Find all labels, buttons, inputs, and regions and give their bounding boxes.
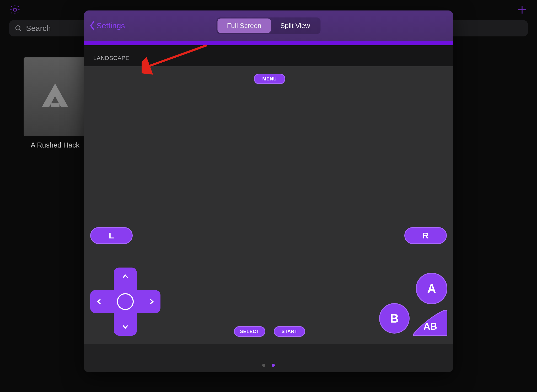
svg-point-1	[16, 26, 20, 30]
search-placeholder: Search	[26, 24, 51, 33]
select-button-preview: SELECT	[234, 326, 265, 337]
action-buttons-preview: A B AB	[379, 273, 447, 336]
chevron-up-icon	[121, 273, 129, 281]
sheet-header: Settings Full Screen Split View	[84, 10, 453, 41]
game-tile[interactable]: A Rushed Hack	[24, 57, 87, 149]
ab-button-preview: AB	[413, 309, 447, 336]
l-button-preview: L	[90, 227, 133, 244]
ab-label: AB	[423, 321, 437, 332]
chevron-left-icon	[95, 298, 103, 306]
dpad-center-icon	[117, 293, 134, 310]
plus-icon[interactable]	[516, 4, 528, 15]
page-indicator	[262, 364, 275, 367]
page-dot-active[interactable]	[272, 364, 275, 367]
skin-editor-sheet: Settings Full Screen Split View LANDSCAP…	[84, 10, 453, 372]
game-thumb-placeholder	[24, 57, 87, 136]
skin-preview[interactable]: MENU L R SELECT START A B AB	[84, 66, 453, 344]
segment-full-screen[interactable]: Full Screen	[217, 18, 271, 33]
chevron-left-icon	[89, 20, 95, 31]
a-button-preview: A	[416, 273, 447, 304]
segment-split-view[interactable]: Split View	[271, 18, 320, 33]
game-title: A Rushed Hack	[24, 141, 87, 149]
gear-icon[interactable]	[9, 4, 21, 15]
view-mode-segmented: Full Screen Split View	[216, 17, 320, 34]
page-dot[interactable]	[262, 364, 265, 367]
dpad-preview	[90, 268, 160, 336]
chevron-right-icon	[147, 298, 155, 306]
back-label: Settings	[96, 21, 125, 30]
back-button[interactable]: Settings	[89, 20, 125, 31]
b-button-preview: B	[379, 303, 410, 334]
menu-button-preview: MENU	[254, 74, 285, 84]
svg-rect-2	[51, 103, 60, 107]
chevron-down-icon	[121, 323, 129, 330]
svg-point-0	[13, 8, 17, 11]
section-header-landscape: LANDSCAPE	[84, 45, 453, 66]
start-button-preview: START	[274, 326, 305, 337]
r-button-preview: R	[404, 227, 447, 244]
accent-strip	[84, 41, 453, 45]
